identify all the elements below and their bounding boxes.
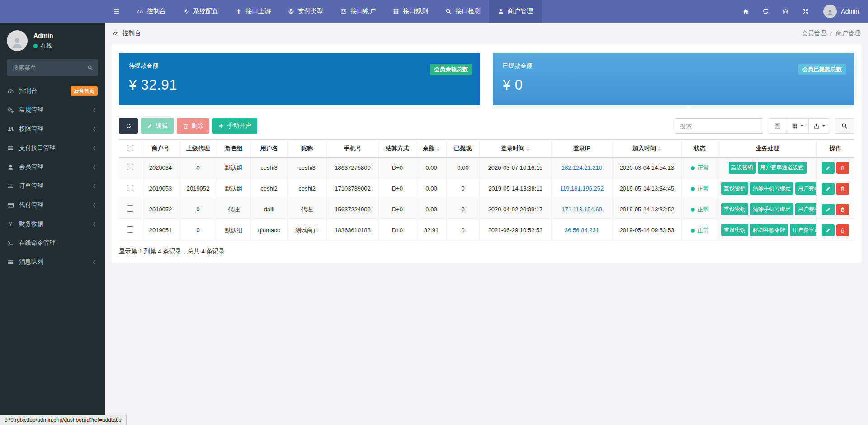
row-checkbox[interactable] (127, 185, 133, 191)
row-action-button[interactable]: 用户费率通道设置 (758, 162, 807, 174)
login-ip-link[interactable]: 171.113.154.60 (561, 206, 602, 213)
cell-status: 正常 (682, 220, 718, 241)
breadcrumb-current: 控制台 (113, 29, 141, 38)
nav-item-interface-rules[interactable]: 接口规则 (384, 0, 437, 23)
header-join_time[interactable]: 加入时间 (613, 140, 682, 158)
login-ip-link[interactable]: 36.56.84.231 (565, 227, 599, 234)
row-checkbox[interactable] (127, 164, 133, 170)
export-dropdown-button[interactable] (808, 118, 830, 134)
stat-card-1: 会员已提款总数 已提款金额 ¥ 0 (493, 53, 854, 105)
sidebar-item-payout[interactable]: 代付管理 (0, 196, 105, 215)
navbar-user-name: Admin (841, 8, 859, 15)
cell-phone: 17103739002 (327, 178, 379, 199)
login-ip-link[interactable]: 182.124.21.210 (561, 164, 602, 171)
sidebar-item-payment-interface[interactable]: 支付接口管理 (0, 138, 105, 158)
row-action-button[interactable]: 用户费率通道设置 (795, 182, 817, 195)
row-action-button[interactable]: 用户费率通道设置 (795, 203, 817, 215)
plus-icon (218, 123, 224, 129)
row-action-button[interactable]: 用户费率通道设置 (790, 224, 817, 236)
nav-item-merchant-management[interactable]: 商户管理 (489, 0, 542, 23)
stat-card-label: 已提款金额 (503, 62, 844, 70)
sidebar-item-queue[interactable]: 消息队列 (0, 253, 105, 272)
row-action-button[interactable]: 重设密钥 (721, 203, 748, 215)
sidebar-item-dashboard[interactable]: 控制台后台首页 (0, 81, 105, 100)
status-badge: 正常 (698, 206, 709, 213)
cell-login-ip: 36.56.84.231 (552, 220, 613, 241)
cell-nickname: 测试商户 (288, 220, 327, 241)
row-action-button[interactable]: 重设密钥 (721, 182, 748, 195)
users-icon (7, 126, 14, 133)
detail-view-icon (774, 123, 781, 129)
sidebar-item-member[interactable]: 会员管理 (0, 158, 105, 177)
row-checkbox[interactable] (127, 226, 133, 233)
cell-withdrawn: 0 (447, 178, 480, 199)
nav-item-interface-account[interactable]: 接口账户 (332, 0, 384, 23)
sidebar-search-input[interactable] (12, 64, 87, 72)
status-badge: 正常 (698, 185, 709, 192)
row-action-button[interactable]: 解绑谷歌令牌 (750, 224, 788, 236)
breadcrumb-item: 商户管理 (836, 29, 860, 38)
nav-item-dashboard[interactable]: 控制台 (128, 0, 175, 23)
header-login_ip: 登录IP (552, 140, 613, 158)
add-account-button[interactable]: 手动开户 (212, 118, 257, 134)
row-action-button[interactable]: 清除手机号绑定 (750, 203, 793, 215)
online-status-dot (33, 44, 38, 48)
edit-row-button[interactable] (822, 183, 835, 195)
edit-row-button[interactable] (822, 162, 835, 174)
nav-item-system-config[interactable]: 系统配置 (175, 0, 227, 23)
cell-role-group: 代理 (217, 199, 251, 220)
header-balance[interactable]: 余额 (416, 140, 447, 158)
sidebar-item-auth[interactable]: 权限管理 (0, 119, 105, 138)
row-action-button[interactable]: 清除手机号绑定 (750, 182, 793, 195)
delete-row-button[interactable] (836, 162, 849, 174)
row-action-button[interactable]: 重设密钥 (721, 224, 748, 236)
nav-item-interface-check[interactable]: 接口检测 (437, 0, 489, 23)
cell-join-time: 2019-05-14 13:32:52 (613, 199, 682, 220)
fullscreen-button[interactable] (795, 0, 815, 23)
sidebar-item-finance[interactable]: ¥财务数据 (0, 215, 105, 234)
select-all-checkbox[interactable] (127, 145, 133, 151)
search-toggle-button[interactable] (835, 118, 854, 134)
sort-icon (526, 147, 530, 151)
sidebar-toggle-button[interactable] (105, 0, 128, 23)
cell-checkbox (119, 199, 142, 220)
nav-item-interface-upstream[interactable]: 接口上游 (227, 0, 279, 23)
row-checkbox[interactable] (127, 205, 133, 212)
refresh-button[interactable] (119, 118, 138, 134)
top-menu: 控制台系统配置接口上游支付类型接口账户接口规则接口检测商户管理 (128, 0, 542, 23)
nav-item-payment-type[interactable]: 支付类型 (279, 0, 332, 23)
home-icon (742, 8, 749, 15)
delete-row-button[interactable] (836, 224, 849, 236)
home-button[interactable] (736, 0, 755, 23)
export-icon (813, 123, 820, 129)
navbar-user-menu[interactable]: Admin (815, 5, 861, 18)
table-search-input[interactable] (675, 118, 763, 134)
sidebar-user-status: 在线 (33, 42, 53, 50)
delete-row-button[interactable] (836, 204, 849, 215)
columns-dropdown-button[interactable] (787, 118, 808, 134)
delete-button[interactable]: 删除 (177, 118, 209, 134)
delete-row-button[interactable] (836, 183, 849, 195)
toggle-detail-view-button[interactable] (768, 118, 787, 134)
trash-icon (840, 228, 845, 233)
clear-cache-button[interactable] (775, 0, 795, 23)
chevron-left-icon (91, 164, 98, 171)
sidebar-item-order[interactable]: 订单管理 (0, 177, 105, 196)
sidebar-item-general[interactable]: 常规管理 (0, 100, 105, 119)
header-login_time[interactable]: 登录时间 (480, 140, 552, 158)
row-action-button[interactable]: 重设密钥 (729, 162, 756, 174)
header-actions: 业务处理 (718, 140, 817, 158)
login-ip-link[interactable]: 119.181.196.252 (560, 185, 604, 192)
sidebar-menu: 控制台后台首页常规管理权限管理支付接口管理会员管理订单管理代付管理¥财务数据在线… (0, 81, 105, 272)
cell-withdrawn: 0 (447, 220, 480, 241)
sidebar-item-command[interactable]: 在线命令管理 (0, 234, 105, 253)
header-status: 状态 (682, 140, 718, 158)
status-badge: 正常 (698, 227, 709, 234)
grid-icon (393, 8, 399, 14)
refresh-button[interactable] (755, 0, 775, 23)
sort-icon (436, 147, 440, 151)
edit-button[interactable]: 编辑 (141, 118, 174, 134)
header-nickname: 昵称 (288, 140, 327, 158)
edit-row-button[interactable] (822, 204, 835, 215)
edit-row-button[interactable] (822, 224, 835, 236)
